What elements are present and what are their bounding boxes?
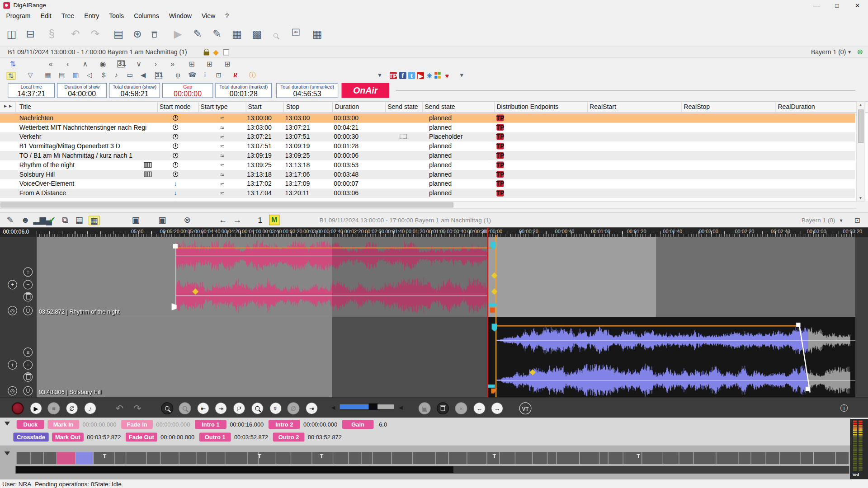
tp-badge[interactable]: TP [390, 72, 397, 79]
print-icon[interactable]: ▤ [113, 29, 123, 39]
column-header-title[interactable]: Title [19, 103, 31, 110]
fade-out-button[interactable]: Fade Out [126, 433, 157, 442]
overview-segment[interactable] [500, 452, 515, 464]
prev-entry-icon[interactable]: ‹ [66, 60, 69, 67]
announce-icon[interactable]: ◁ [87, 72, 92, 79]
copy-icon[interactable]: ⧉ [62, 216, 68, 224]
clip-boundary-line[interactable] [175, 244, 176, 306]
edit-script-icon[interactable]: ✎ [212, 29, 221, 39]
overview-scrollbar[interactable] [15, 466, 849, 474]
editor-window-icon[interactable]: ⊡ [854, 216, 860, 225]
music-icon[interactable]: ♪ [114, 72, 118, 79]
windows-badge[interactable] [434, 72, 441, 79]
overview-segment[interactable] [780, 452, 800, 464]
envelope-line-track2[interactable] [496, 325, 799, 326]
layout-columns-icon[interactable]: ◫ [7, 29, 17, 39]
no-entry-button[interactable]: ∅ [288, 402, 300, 414]
overview-segment[interactable] [642, 452, 662, 464]
close-button[interactable]: ✕ [849, 0, 866, 10]
overview-segment[interactable] [693, 452, 716, 464]
table-row[interactable]: From A Distance↓≈13:17:0413:20:1100:03:0… [0, 189, 855, 198]
overview-segment[interactable] [179, 452, 197, 464]
overview-segment[interactable] [836, 452, 849, 464]
calendar-range-icon[interactable]: 31 [155, 72, 162, 79]
scrollbar-thumb[interactable] [16, 466, 453, 473]
phone-icon[interactable]: ☎ [188, 72, 196, 79]
play-icon[interactable]: ▶ [174, 29, 182, 39]
down-icon[interactable]: ∨ [136, 60, 142, 67]
table-row[interactable]: TO / B1 am Mi Nachmittag / kurz nach 1≈1… [0, 151, 855, 160]
overview-segment[interactable] [751, 452, 766, 464]
track-scroll-strip[interactable] [855, 237, 868, 397]
column-header-send-state[interactable]: Send state [387, 103, 418, 110]
window-icon[interactable]: ⊡ [216, 72, 222, 79]
recording-icon[interactable]: R [233, 72, 238, 79]
zoom-in-button[interactable] [161, 402, 173, 414]
next-entry-icon[interactable]: › [155, 60, 157, 67]
overview-segment[interactable] [207, 452, 225, 464]
maximize-button[interactable]: □ [829, 0, 845, 10]
overview-segment[interactable] [349, 452, 361, 464]
table-horizontal-scrollbar[interactable] [0, 202, 856, 209]
table-vertical-scrollbar[interactable]: ▲ ▼ [856, 101, 865, 202]
waveform-track-1[interactable] [37, 237, 855, 317]
track1-pan-button[interactable]: ◎ [8, 306, 17, 315]
heart-badge[interactable]: ♥ [443, 72, 451, 79]
volume-slider[interactable] [340, 404, 394, 409]
cancel-icon[interactable]: ⊗ [184, 216, 191, 224]
layout-rows-icon[interactable]: ⊟ [26, 29, 35, 39]
zoom-out-button[interactable] [179, 402, 191, 414]
redo-icon[interactable]: ↷ [91, 29, 99, 39]
intro-1-button[interactable]: Intro 1 [195, 420, 226, 429]
overview-segment[interactable] [291, 452, 311, 464]
overview-segment[interactable] [580, 452, 599, 464]
record-button[interactable] [12, 402, 24, 414]
menu-window[interactable]: Window [164, 11, 197, 21]
menu-help[interactable]: ? [220, 11, 234, 21]
auto-note-button[interactable]: ♪ [84, 402, 96, 414]
onair-button[interactable]: OnAir [342, 83, 389, 98]
track1-delete-button[interactable] [23, 292, 33, 302]
fade-marker-line[interactable] [495, 235, 496, 397]
table-row[interactable]: Nachrichten≈13:00:0013:03:0000:03:00plan… [0, 113, 855, 123]
crossfade-button[interactable]: Crossfade [13, 433, 48, 442]
cancel-audio-button[interactable]: × [455, 402, 467, 414]
goto-next-button[interactable]: ⇥ [306, 402, 318, 414]
add-channel-icon[interactable]: ⊕ [857, 47, 863, 56]
more-dropdown-icon[interactable]: ▾ [460, 72, 463, 79]
goto-p-button[interactable]: P [233, 402, 245, 414]
overview-segment[interactable] [717, 452, 738, 464]
column-header-send-state[interactable]: Send state [425, 103, 455, 110]
track2-pan-button[interactable]: ◎ [8, 386, 17, 396]
print-globe-icon[interactable]: ⊛ [133, 29, 142, 39]
column-header-start-type[interactable]: Start type [200, 103, 227, 110]
table-row[interactable]: B1 Vormittag/Mittag Openerbett 3 D≈13:07… [0, 141, 855, 151]
column-header-duration[interactable]: Duration [335, 103, 359, 110]
overview-segment[interactable] [333, 452, 348, 464]
column-header-realstart[interactable]: RealStart [590, 103, 616, 110]
duck-button[interactable]: Duck [17, 420, 44, 429]
track2-zoom-in-button[interactable]: + [8, 360, 17, 370]
overview-segment[interactable] [276, 452, 291, 464]
menu-tools[interactable]: Tools [104, 11, 129, 21]
insert-end-icon[interactable]: ⊞ [224, 60, 230, 67]
twitter-badge[interactable]: t [408, 72, 415, 79]
jump-end-button[interactable]: ⇥ [215, 402, 227, 414]
snowflake-badge[interactable]: ✳ [426, 72, 433, 79]
overview-segment[interactable] [663, 452, 679, 464]
info-circle-icon[interactable]: ⓘ [249, 72, 256, 79]
jump-start-button[interactable]: ⇤ [197, 402, 209, 414]
scroll-chevrons-button[interactable]: » [269, 402, 282, 414]
youtube-badge[interactable]: ▶ [417, 72, 424, 79]
channel-dropdown-icon[interactable]: ▾ [848, 49, 851, 55]
menu-edit[interactable]: Edit [36, 11, 57, 21]
money-icon[interactable]: $ [102, 72, 105, 79]
minimize-button[interactable]: — [808, 0, 825, 10]
undo-icon[interactable]: ↶ [71, 29, 80, 39]
overview-segment[interactable] [814, 452, 835, 464]
key-icon[interactable]: § [49, 29, 55, 39]
cue-bar-marker[interactable] [489, 303, 496, 306]
mark-in-button[interactable]: Mark In [47, 420, 79, 429]
overview-segment[interactable] [467, 452, 486, 464]
table-row[interactable]: Rhythm of the night≈13:09:2513:13:1800:0… [0, 160, 855, 170]
